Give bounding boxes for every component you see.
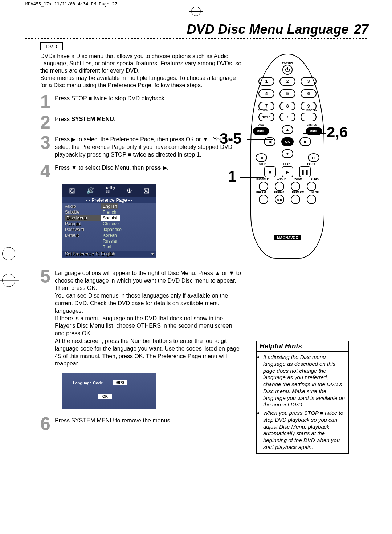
disc-menu-button: MENU [253, 127, 269, 135]
step-number: 1 [40, 94, 55, 110]
osd-option: French [101, 209, 118, 215]
system-menu-button: MENU [306, 127, 322, 135]
step-text: Press SYSTEM MENU. [55, 115, 115, 123]
paragraph: If there is a menu language on the DVD t… [55, 315, 242, 337]
audio-button [307, 182, 316, 191]
language-code-screenshot: Language Code 6978 OK [62, 373, 156, 409]
osd-option: Spanish [101, 215, 120, 221]
right-arrow-icon: ▶ [71, 136, 75, 142]
label: ZOOM [294, 178, 302, 181]
transport-labels: STOPPLAYPAUSE [259, 163, 316, 165]
paragraph: You can see Disc menus in these language… [55, 292, 242, 315]
text-bold: SYSTEM MENU [71, 116, 114, 122]
registration-mark-icon [191, 7, 201, 16]
osd-option-selected: English [101, 203, 118, 209]
text: Press [55, 136, 71, 142]
text-bold: press [146, 165, 163, 171]
callout-2-6: 2,6 [327, 124, 348, 141]
callout-1: 1 [228, 168, 236, 185]
step-4: 4 Press ▼ to select Disc Menu, then pres… [40, 163, 242, 179]
num-2-button: 2 [279, 77, 295, 86]
num-3-button: 3 [301, 77, 317, 86]
step-text: Language options will appear to the righ… [55, 269, 242, 368]
step-number: 4 [40, 163, 55, 179]
hints-list: If adjusting the Disc menu language as d… [263, 354, 346, 451]
label: SUBTITLE [256, 178, 269, 181]
text: Press [55, 165, 71, 171]
osd-item: Audio [65, 203, 101, 209]
ok-box: OK [98, 394, 112, 399]
hint-item: If adjusting the Disc menu language as d… [263, 354, 346, 408]
display-label: DISPLAY [306, 109, 317, 112]
page-number: 27 [354, 22, 368, 37]
osd-item: Password [65, 227, 101, 232]
step-number: 5 [40, 269, 55, 284]
step-number: 3 [40, 135, 55, 151]
brand-label: MAGNAVOX [274, 235, 301, 240]
row2-buttons: A-B [259, 195, 316, 204]
text: twice to stop DVD playback. [92, 95, 166, 101]
num-1-button: 1 [258, 77, 274, 86]
subtitle-button [259, 182, 268, 191]
power-button-icon: ⏻ [282, 65, 293, 75]
paragraph: Language options will appear to the righ… [55, 270, 242, 292]
skip-row: ⏮ ⏭ [256, 153, 319, 162]
osd-option: Chinese [101, 221, 120, 227]
osd-option: Japanese [101, 227, 123, 232]
label: REPEAT [274, 191, 284, 194]
scroll-down-icon: ▾ [151, 251, 154, 256]
stop-icon: ■ [128, 151, 131, 158]
repeat-ab-button: A-B [275, 195, 284, 204]
osd-item [65, 244, 101, 250]
step-1: 1 Press STOP ■ twice to stop DVD playbac… [40, 94, 242, 110]
label: MUTE [311, 191, 319, 194]
osd-title: - - Preference Page - - [62, 197, 156, 203]
disc-label: DISC [258, 124, 264, 126]
row2-labels: REPEATREPEATPREVIEWMUTE [256, 191, 319, 194]
down-arrow-icon: ▼ [71, 165, 77, 171]
text: to select Disc Menu, then [77, 165, 146, 171]
speaker-icon: 🔊 [86, 186, 94, 194]
step-text: Press ▶ to select the Preference Page, t… [55, 135, 242, 158]
text: . [114, 116, 115, 122]
step-number: 6 [40, 416, 55, 432]
tools-icon: ▧ [143, 186, 150, 194]
display-icon: ▨ [69, 186, 75, 194]
label: ANGLE [277, 178, 286, 181]
helpful-hints-box: Helpful Hints If adjusting the Disc menu… [256, 341, 349, 454]
stop-label: STOP [259, 163, 266, 165]
transport-row: ■ ▶ ❚❚ [264, 166, 311, 177]
step-5: 5 Language options will appear to the ri… [40, 269, 242, 368]
preference-page-screenshot: ▨ 🔊 Dolby▯▯ ⊛ ▧ - - Preference Page - - … [62, 184, 156, 258]
step-3: 3 Press ▶ to select the Preference Page,… [40, 135, 242, 158]
nav-up-button: ▲ [282, 125, 293, 134]
power-label: POWER [282, 61, 293, 64]
nav-left-button: ◀ [264, 137, 275, 146]
language-code-value: 6978 [113, 380, 127, 385]
return-label: RETURN [258, 109, 268, 112]
osd-item: Subtitle [65, 209, 101, 215]
zoom-button [291, 182, 300, 191]
stop-button: ■ [264, 166, 276, 177]
step-text: Press SYSTEM MENU to remove the menus. [55, 416, 172, 425]
globe-icon: ⊛ [127, 186, 132, 194]
preview-button [291, 195, 300, 204]
remote-body: POWER ⏻ 1 2 3 4 5 6 7 8 9 RETURNDISPLAY … [250, 54, 324, 259]
callout-line [240, 177, 264, 178]
step-text: Press ▼ to select Disc Menu, then press … [55, 163, 168, 172]
display-button [301, 113, 317, 121]
osd-option: Korean [101, 232, 118, 238]
label: AUDIO [310, 178, 319, 181]
page-title: DVD Disc Menu Language [187, 22, 348, 37]
skip-next-button: ⏭ [308, 153, 319, 162]
osd-item: Default [65, 232, 101, 238]
step-6: 6 Press SYSTEM MENU to remove the menus. [40, 416, 242, 432]
media-type-label: DVD [40, 42, 63, 50]
mute-button [307, 195, 316, 204]
dolby-icon: Dolby▯▯ [106, 186, 115, 194]
pause-button: ❚❚ [299, 166, 311, 177]
callout-line [247, 139, 273, 140]
angle-button [275, 182, 284, 191]
num-0-button: 0 [279, 113, 295, 121]
keypad: 1 2 3 4 5 6 7 8 9 [258, 77, 317, 110]
